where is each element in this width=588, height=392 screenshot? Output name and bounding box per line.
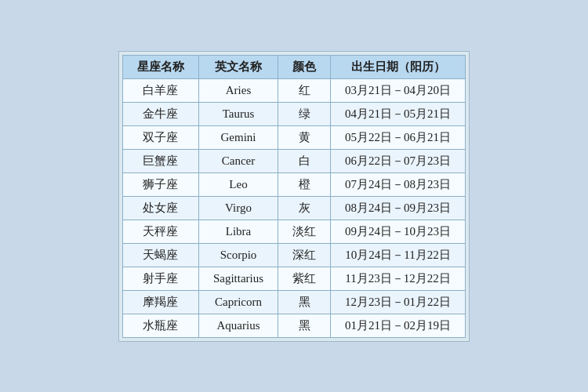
- cell-english-2: Gemini: [198, 125, 278, 149]
- cell-chinese-7: 天蝎座: [122, 243, 198, 267]
- table-row: 金牛座Taurus绿04月21日－05月21日: [122, 102, 465, 125]
- cell-dates-3: 06月22日－07月23日: [331, 149, 466, 172]
- cell-chinese-2: 双子座: [122, 125, 198, 149]
- cell-color-5: 灰: [278, 196, 331, 220]
- cell-dates-10: 01月21日－02月19日: [331, 314, 466, 337]
- cell-dates-5: 08月24日－09月23日: [331, 196, 466, 220]
- cell-chinese-4: 狮子座: [122, 172, 198, 196]
- cell-color-9: 黑: [278, 290, 331, 314]
- cell-chinese-0: 白羊座: [122, 78, 198, 102]
- cell-chinese-1: 金牛座: [122, 102, 198, 125]
- cell-english-4: Leo: [198, 172, 278, 196]
- cell-english-8: Sagittarius: [198, 267, 278, 290]
- cell-color-6: 淡红: [278, 220, 331, 243]
- cell-color-8: 紫红: [278, 267, 331, 290]
- cell-color-10: 黑: [278, 314, 331, 337]
- cell-dates-2: 05月22日－06月21日: [331, 125, 466, 149]
- col-header-chinese: 星座名称: [122, 55, 198, 78]
- cell-english-10: Aquarius: [198, 314, 278, 337]
- cell-dates-1: 04月21日－05月21日: [331, 102, 466, 125]
- table-header-row: 星座名称 英文名称 颜色 出生日期（阳历）: [122, 55, 465, 78]
- cell-dates-6: 09月24日－10月23日: [331, 220, 466, 243]
- cell-dates-0: 03月21日－04月20日: [331, 78, 466, 102]
- cell-dates-4: 07月24日－08月23日: [331, 172, 466, 196]
- cell-color-3: 白: [278, 149, 331, 172]
- table-row: 处女座Virgo灰08月24日－09月23日: [122, 196, 465, 220]
- cell-color-0: 红: [278, 78, 331, 102]
- cell-english-6: Libra: [198, 220, 278, 243]
- cell-chinese-10: 水瓶座: [122, 314, 198, 337]
- table-row: 巨蟹座Cancer白06月22日－07月23日: [122, 149, 465, 172]
- cell-color-4: 橙: [278, 172, 331, 196]
- cell-chinese-6: 天秤座: [122, 220, 198, 243]
- cell-english-1: Taurus: [198, 102, 278, 125]
- zodiac-table-container: 星座名称 英文名称 颜色 出生日期（阳历） 白羊座Aries红03月21日－04…: [118, 51, 470, 342]
- cell-chinese-8: 射手座: [122, 267, 198, 290]
- table-row: 天秤座Libra淡红09月24日－10月23日: [122, 220, 465, 243]
- cell-color-1: 绿: [278, 102, 331, 125]
- cell-color-7: 深红: [278, 243, 331, 267]
- cell-chinese-5: 处女座: [122, 196, 198, 220]
- cell-english-5: Virgo: [198, 196, 278, 220]
- col-header-english: 英文名称: [198, 55, 278, 78]
- table-row: 狮子座Leo橙07月24日－08月23日: [122, 172, 465, 196]
- col-header-color: 颜色: [278, 55, 331, 78]
- cell-dates-9: 12月23日－01月22日: [331, 290, 466, 314]
- cell-chinese-3: 巨蟹座: [122, 149, 198, 172]
- cell-english-7: Scorpio: [198, 243, 278, 267]
- cell-dates-7: 10月24日－11月22日: [331, 243, 466, 267]
- cell-english-9: Capricorn: [198, 290, 278, 314]
- zodiac-table: 星座名称 英文名称 颜色 出生日期（阳历） 白羊座Aries红03月21日－04…: [122, 55, 466, 338]
- cell-dates-8: 11月23日－12月22日: [331, 267, 466, 290]
- table-row: 摩羯座Capricorn黑12月23日－01月22日: [122, 290, 465, 314]
- cell-english-3: Cancer: [198, 149, 278, 172]
- table-row: 天蝎座Scorpio深红10月24日－11月22日: [122, 243, 465, 267]
- table-row: 射手座Sagittarius紫红11月23日－12月22日: [122, 267, 465, 290]
- table-row: 双子座Gemini黄05月22日－06月21日: [122, 125, 465, 149]
- cell-english-0: Aries: [198, 78, 278, 102]
- table-row: 白羊座Aries红03月21日－04月20日: [122, 78, 465, 102]
- cell-color-2: 黄: [278, 125, 331, 149]
- table-row: 水瓶座Aquarius黑01月21日－02月19日: [122, 314, 465, 337]
- col-header-dates: 出生日期（阳历）: [331, 55, 466, 78]
- cell-chinese-9: 摩羯座: [122, 290, 198, 314]
